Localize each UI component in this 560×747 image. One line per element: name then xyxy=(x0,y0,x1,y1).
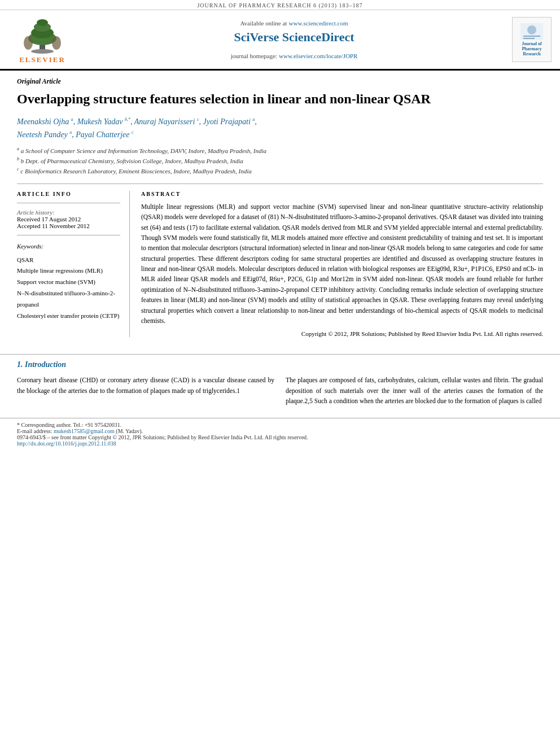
affiliation-c: c c Bioinformatics Research Laboratory, … xyxy=(17,166,543,176)
article-info-heading: ARTICLE INFO xyxy=(17,191,120,197)
intro-right-col: The plaques are composed of fats, carboh… xyxy=(286,375,543,406)
homepage-url[interactable]: www.elsevier.com/locate/JOPR xyxy=(279,53,357,59)
email-line: E-mail address: mukesh17585@gmail.com (M… xyxy=(17,428,543,434)
article-type: Original Article xyxy=(17,77,543,86)
article-title: Overlapping structure features selection… xyxy=(17,90,543,108)
article-content: Original Article Overlapping structure f… xyxy=(0,71,560,348)
bottom-section: 1. Introduction Coronary heart disease (… xyxy=(0,354,560,417)
article-two-col: ARTICLE INFO Article history: Received 1… xyxy=(17,191,543,338)
elsevier-logo: ELSEVIER xyxy=(6,15,79,64)
author-jyoti: Jyoti Prajapati xyxy=(203,117,250,126)
keywords-divider xyxy=(17,235,120,235)
author-meenakshi: Meenakshi Ojha xyxy=(17,117,69,126)
article-history: Article history: Received 17 August 2012… xyxy=(17,209,120,229)
affiliation-a: a a School of Computer Science and Infor… xyxy=(17,146,543,156)
copyright-line: Copyright © 2012, JPR Solutions; Publish… xyxy=(141,330,543,337)
accepted-date: Accepted 11 November 2012 xyxy=(17,222,120,229)
journal-logo-icon xyxy=(520,23,543,40)
footer: * Corresponding author. Tel.: +91 975420… xyxy=(0,418,560,450)
journal-logo-right: Journal of Pharmacy Research xyxy=(509,15,554,64)
article-history-label: Article history: xyxy=(17,209,120,216)
doi-line[interactable]: http://dx.doi.org/10.1016/j.jopr.2012.11… xyxy=(17,440,543,447)
intro-two-col: Coronary heart disease (CHD) or coronary… xyxy=(17,375,543,406)
journal-bar-text: JOURNAL OF PHARMACY RESEARCH 6 (2013) 18… xyxy=(197,2,362,8)
issn-line: 0974-6943/$ – see front matter Copyright… xyxy=(17,434,543,440)
abstract-heading: ABSTRACT xyxy=(141,191,543,197)
keyword-3: Support vector machine (SVM) xyxy=(17,277,120,288)
svg-point-5 xyxy=(37,19,48,26)
journal-homepage-line: journal homepage: www.elsevier.com/locat… xyxy=(231,51,358,60)
header-center: Available online at www.sciencedirect.co… xyxy=(85,15,504,64)
email-suffix: (M. Yadav). xyxy=(116,428,143,434)
received-date: Received 17 August 2012 xyxy=(17,216,120,222)
intro-left-col: Coronary heart disease (CHD) or coronary… xyxy=(17,375,274,406)
corresponding-author-line: * Corresponding author. Tel.: +91 975420… xyxy=(17,422,543,428)
keyword-2: Multiple linear regressions (MLR) xyxy=(17,265,120,277)
introduction-title: 1. Introduction xyxy=(17,360,543,369)
section-number: 1. xyxy=(17,360,23,369)
journal-bar: JOURNAL OF PHARMACY RESEARCH 6 (2013) 18… xyxy=(0,0,560,10)
corresponding-label: * Corresponding author. Tel.: +91 975420… xyxy=(17,422,121,428)
svg-point-7 xyxy=(52,36,61,50)
keyword-4: N–N-disubstituted trifluoro-3-amino-2-pr… xyxy=(17,288,120,311)
email-label: E-mail address: xyxy=(17,428,52,434)
intro-left-text: Coronary heart disease (CHD) or coronary… xyxy=(17,377,274,394)
svg-point-9 xyxy=(527,25,536,34)
keywords-list: Keywords: QSAR Multiple linear regressio… xyxy=(17,241,120,322)
svg-point-6 xyxy=(24,36,33,50)
author-payal: Payal Chatterjee xyxy=(76,130,129,139)
elsevier-label: ELSEVIER xyxy=(19,55,65,64)
header-divider xyxy=(17,184,543,184)
sciverse-title: SciVerse ScienceDirect xyxy=(234,30,354,45)
affiliation-b: b b Dept. of Pharmaceutical Chemistry, S… xyxy=(17,156,543,166)
abstract-text: Multiple linear regressions (MLR) and su… xyxy=(141,202,543,326)
author-neetesh: Neetesh Pandey xyxy=(17,130,68,139)
svg-rect-11 xyxy=(523,38,535,39)
intro-right-text: The plaques are composed of fats, carboh… xyxy=(286,377,543,404)
affiliations: a a School of Computer Science and Infor… xyxy=(17,146,543,177)
section-name: Introduction xyxy=(25,360,66,369)
elsevier-tree-icon xyxy=(20,15,65,54)
author-mukesh: Mukesh Yadav xyxy=(77,117,123,126)
author-anuraj: Anuraj Nayarisseri xyxy=(134,117,195,126)
keywords-label: Keywords: xyxy=(17,241,120,252)
article-info-divider xyxy=(17,203,120,203)
available-online-text: Available online at www.sciencedirect.co… xyxy=(240,19,348,28)
journal-logo-box: Journal of Pharmacy Research xyxy=(512,17,552,62)
svg-rect-10 xyxy=(523,36,540,37)
authors: Meenakshi Ojha a, Mukesh Yadav b,*, Anur… xyxy=(17,116,543,141)
keyword-1: QSAR xyxy=(17,255,120,266)
sciencedirect-url[interactable]: www.sciencedirect.com xyxy=(289,20,348,27)
header-area: ELSEVIER Available online at www.science… xyxy=(0,10,560,71)
abstract-col: ABSTRACT Multiple linear regressions (ML… xyxy=(141,191,543,338)
keyword-5: Cholesteryl ester transfer protein (CETP… xyxy=(17,311,120,322)
email-address[interactable]: mukesh17585@gmail.com xyxy=(54,428,115,434)
homepage-label: journal homepage: xyxy=(231,53,277,59)
svg-point-1 xyxy=(31,49,54,54)
article-info-col: ARTICLE INFO Article history: Received 1… xyxy=(17,191,130,338)
